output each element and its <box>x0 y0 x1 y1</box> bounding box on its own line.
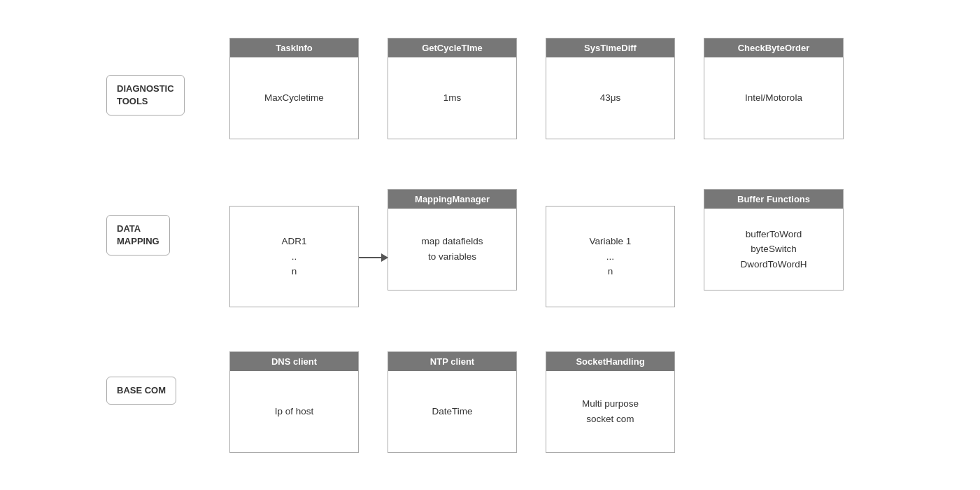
card-body-ntpclient: DateTime <box>388 371 516 452</box>
card-body-bufferfunctions: bufferToWord byteSwitch DwordToWordH <box>704 209 843 290</box>
card-header-bufferfunctions: Buffer Functions <box>704 190 843 209</box>
section-label-data-mapping: DATA MAPPING <box>106 215 170 255</box>
card-body-mappingmanager: map datafields to variables <box>388 209 516 290</box>
card-mappingmanager: MappingManagermap datafields to variable… <box>388 189 517 290</box>
card-body-dnsclient: Ip of host <box>230 371 358 452</box>
card-header-sockethandling: SocketHandling <box>546 352 674 371</box>
arrow-line <box>359 257 383 258</box>
card-dnsclient: DNS clientIp of host <box>229 351 359 453</box>
section-label-base-com: BASE COM <box>106 377 176 405</box>
card-body-checkbyteorder: Intel/Motorola <box>704 57 843 139</box>
card-adr1: ADR1 .. n <box>229 206 359 307</box>
diagram-container: DIAGNOSTIC TOOLSDATA MAPPINGBASE COMTask… <box>0 0 980 490</box>
card-body-systimediff: 43μs <box>546 57 674 139</box>
card-header-checkbyteorder: CheckByteOrder <box>704 38 843 57</box>
card-header-mappingmanager: MappingManager <box>388 190 516 209</box>
card-taskinfo: TaskInfoMaxCycletime <box>229 38 359 139</box>
card-checkbyteorder: CheckByteOrderIntel/Motorola <box>704 38 844 139</box>
card-header-dnsclient: DNS client <box>230 352 358 371</box>
card-header-getcycletime: GetCycleTIme <box>388 38 516 57</box>
card-header-systimediff: SysTimeDiff <box>546 38 674 57</box>
card-body-taskinfo: MaxCycletime <box>230 57 358 139</box>
card-variable1: Variable 1 ... n <box>546 206 675 307</box>
card-systimediff: SysTimeDiff43μs <box>546 38 675 139</box>
card-body-sockethandling: Multi purpose socket com <box>546 371 674 452</box>
arrow-head <box>381 253 388 262</box>
card-ntpclient: NTP clientDateTime <box>388 351 517 453</box>
card-header-ntpclient: NTP client <box>388 352 516 371</box>
card-header-taskinfo: TaskInfo <box>230 38 358 57</box>
card-body-getcycletime: 1ms <box>388 57 516 139</box>
card-sockethandling: SocketHandlingMulti purpose socket com <box>546 351 675 453</box>
card-body-variable1: Variable 1 ... n <box>546 206 674 307</box>
card-body-adr1: ADR1 .. n <box>230 206 358 307</box>
card-getcycletime: GetCycleTIme1ms <box>388 38 517 139</box>
section-label-diagnostic-tools: DIAGNOSTIC TOOLS <box>106 75 185 115</box>
card-bufferfunctions: Buffer FunctionsbufferToWord byteSwitch … <box>704 189 844 290</box>
